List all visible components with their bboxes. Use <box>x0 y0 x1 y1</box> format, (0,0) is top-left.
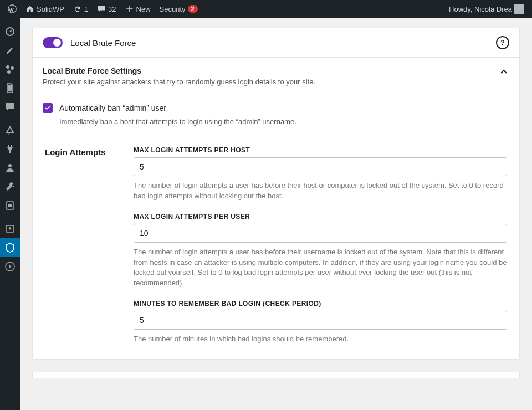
home-icon <box>25 4 34 13</box>
menu-plugins[interactable] <box>0 140 20 158</box>
comments-menu[interactable]: 32 <box>94 0 119 18</box>
max-per-user-desc: The number of login attempts a user has … <box>134 247 507 289</box>
comments-count: 32 <box>108 5 116 13</box>
site-name-label: SolidWP <box>37 5 64 13</box>
updates-count: 1 <box>84 5 88 13</box>
next-card-edge <box>32 372 520 378</box>
menu-pages[interactable] <box>0 79 20 98</box>
new-label: New <box>136 5 151 13</box>
plus-icon <box>125 4 134 13</box>
admin-menu-collapsed <box>0 18 20 410</box>
security-badge: 2 <box>188 5 198 13</box>
auto-ban-panel: Automatically ban “admin” user Immediate… <box>33 95 519 136</box>
minutes-remember-desc: The number of minutes in which bad login… <box>134 334 507 345</box>
menu-settings[interactable] <box>0 196 20 215</box>
menu-appearance[interactable] <box>0 121 20 140</box>
site-name-menu[interactable]: SolidWP <box>22 0 68 18</box>
svg-point-2 <box>8 164 12 167</box>
comment-icon <box>97 4 106 13</box>
refresh-icon <box>73 4 82 13</box>
check-icon <box>44 105 51 111</box>
new-content-menu[interactable]: New <box>122 0 154 18</box>
chevron-up-icon[interactable] <box>498 66 509 78</box>
local-brute-force-toggle[interactable] <box>43 37 63 48</box>
menu-backup[interactable] <box>0 219 20 238</box>
auto-ban-checkbox[interactable] <box>43 103 53 113</box>
help-icon[interactable]: ? <box>496 36 509 49</box>
content-area: Local Brute Force ? Local Brute Force Se… <box>20 18 532 410</box>
admin-bar: SolidWP 1 32 New Security 2 Howdy, Nicol… <box>0 0 532 18</box>
auto-ban-desc: Immediately ban a host that attempts to … <box>59 117 509 126</box>
section-desc: Protect your site against attackers that… <box>43 78 315 86</box>
security-menu[interactable]: Security 2 <box>156 0 201 18</box>
minutes-remember-input[interactable] <box>134 311 507 330</box>
section-title: Local Brute Force Settings <box>43 66 315 75</box>
max-per-user-label: MAX LOGIN ATTEMPTS PER USER <box>134 213 507 221</box>
minutes-remember-label: MINUTES TO REMEMBER BAD LOGIN (CHECK PER… <box>134 300 507 308</box>
my-account-menu[interactable]: Howdy, Nicola Drea <box>446 0 528 18</box>
avatar <box>514 4 524 14</box>
menu-tools[interactable] <box>0 177 20 196</box>
card-title: Local Brute Force <box>70 38 136 48</box>
updates-menu[interactable]: 1 <box>70 0 91 18</box>
menu-posts[interactable] <box>0 41 20 60</box>
menu-comments[interactable] <box>0 98 20 116</box>
max-per-user-input[interactable] <box>134 224 507 243</box>
menu-video[interactable] <box>0 257 20 276</box>
local-brute-force-card: Local Brute Force ? Local Brute Force Se… <box>32 28 520 360</box>
max-per-host-input[interactable] <box>134 157 507 176</box>
max-per-host-desc: The number of login attempts a user has … <box>134 181 507 202</box>
login-attempts-section: Login Attempts MAX LOGIN ATTEMPTS PER HO… <box>33 136 519 359</box>
menu-security[interactable] <box>0 238 20 257</box>
card-header: Local Brute Force ? <box>33 28 519 57</box>
wordpress-icon <box>8 4 17 13</box>
menu-users[interactable] <box>0 158 20 177</box>
menu-media[interactable] <box>0 60 20 79</box>
max-per-host-label: MAX LOGIN ATTEMPTS PER HOST <box>134 146 507 154</box>
menu-dashboard[interactable] <box>0 22 20 41</box>
auto-ban-label: Automatically ban “admin” user <box>59 104 166 112</box>
svg-rect-4 <box>8 204 12 207</box>
wp-logo-menu[interactable] <box>4 0 20 18</box>
login-attempts-title: Login Attempts <box>33 136 134 359</box>
settings-section-header[interactable]: Local Brute Force Settings Protect your … <box>33 57 519 95</box>
howdy-label: Howdy, Nicola Drea <box>449 5 512 13</box>
security-label: Security <box>160 5 186 13</box>
